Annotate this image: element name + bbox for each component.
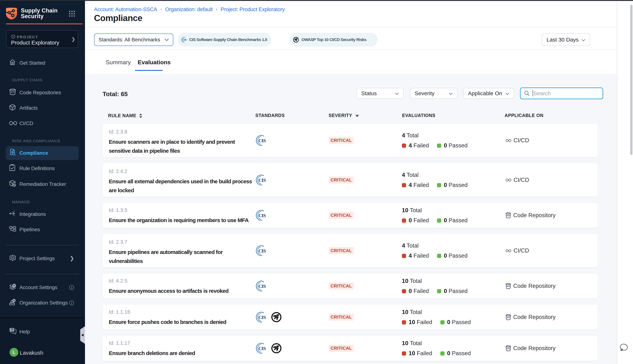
svg-text:?: ? xyxy=(11,328,13,332)
